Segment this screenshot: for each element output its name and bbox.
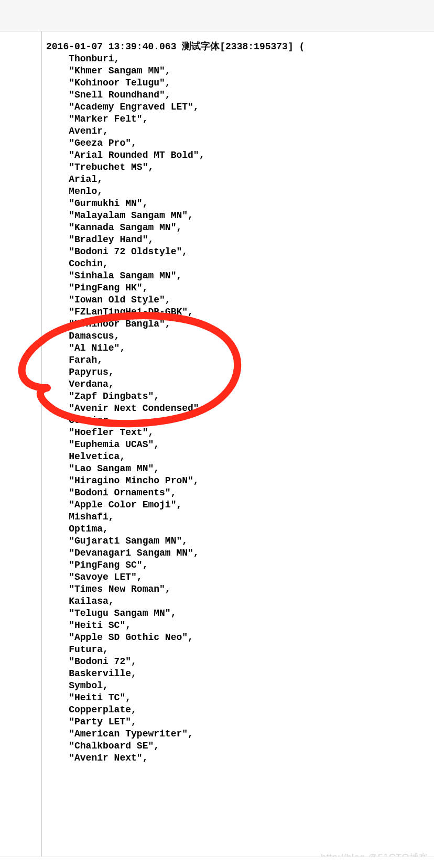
log-lines: Thonburi, "Khmer Sangam MN", "Kohinoor T… (46, 53, 204, 763)
log-open-paren: ( (299, 41, 305, 52)
toolbar (0, 0, 434, 31)
footer-cut (0, 856, 434, 868)
console-output[interactable]: 2016-01-07 13:39:40.063 测试字体[2338:195373… (42, 31, 434, 868)
log-header: 2016-01-07 13:39:40.063 测试字体[2338:195373… (46, 41, 305, 52)
log-process: 测试字体[2338:195373] (182, 41, 293, 52)
gutter (0, 31, 42, 868)
log-timestamp: 2016-01-07 13:39:40.063 (46, 41, 176, 52)
content-wrap: 2016-01-07 13:39:40.063 测试字体[2338:195373… (0, 31, 434, 868)
